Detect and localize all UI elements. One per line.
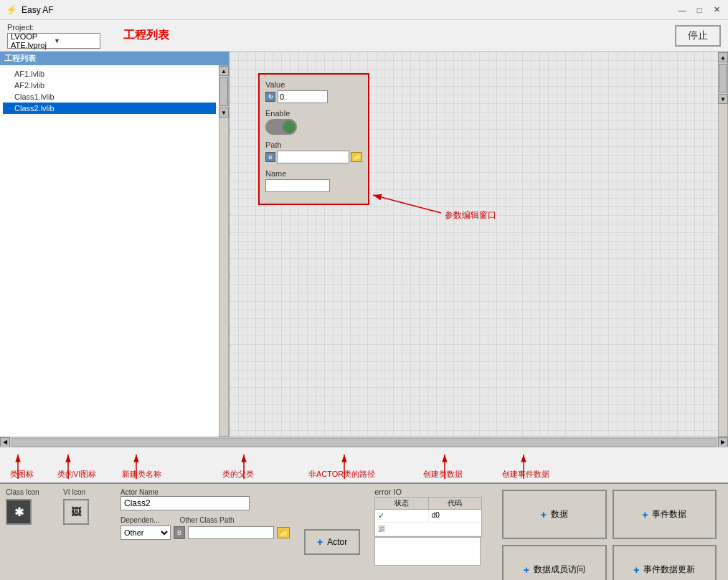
header-title: 工程列表 [123,28,169,43]
project-tree: AF1.lvlib AF2.lvlib Class1.lvlib Class2.… [0,65,219,437]
project-dropdown[interactable]: LVOOP ATE.lvproj ▼ [7,33,100,49]
title-bar-left: ⚡ Easy AF [6,4,54,15]
vi-icon-label: VI Icon [63,488,109,496]
minimize-button[interactable]: — [676,4,688,16]
vi-icon-img: 🖼 [65,500,88,523]
error-table-header: 状态 代码 [375,498,481,510]
error-table: 状态 代码 ✓ d0 源 [374,497,482,537]
error-io-label: error IO [374,488,402,496]
svg-line-0 [373,195,441,213]
actor-name-label: Actor Name [120,488,290,496]
value-label: Value [265,80,362,89]
name-input[interactable] [265,179,330,192]
actor-button-label: Actor [327,537,347,547]
error-check-cell: ✓ [375,510,429,522]
event-data-button-label: 事件数据 [652,508,686,520]
tree-item-class1[interactable]: Class1.lvlib [3,91,216,103]
ann-parent-class: 类的父类 [222,469,254,480]
title-bar-controls: — □ ✕ [676,4,722,16]
error-textarea[interactable] [374,537,481,566]
canvas-scroll-down[interactable]: ▼ [718,94,728,104]
canvas-vscroll[interactable]: ▲ ▼ [718,52,728,437]
bottom-panel: Class Icon ✱ VI Icon 🖼 Actor Name Depend… [0,482,728,580]
enable-row: Enable [265,109,362,135]
path-folder-button[interactable]: 📁 [351,152,362,162]
toggle-dot [283,120,296,133]
name-label: Name [265,169,362,178]
project-label: Project: [7,23,100,32]
actor-plus-icon: + [317,536,323,548]
canvas-scroll-thumb[interactable] [719,64,727,92]
path-row: Path B 📁 [265,141,362,163]
ann-new-name: 新建类名称 [122,469,161,480]
annotation-row: 类图标 类的VI图标 新建类名称 类的父类 非ACTOR类的路径 创建类数据 创… [0,447,728,482]
value-input[interactable] [278,90,328,103]
bottom-content: Class Icon ✱ VI Icon 🖼 Actor Name Depend… [0,484,728,580]
path-label: Path [265,141,362,149]
ann-vi-icon: 类的VI图标 [57,469,96,480]
right-buttons: + 数据 + 事件数据 + 数据成员访问 + 事件数据更新 [491,484,728,580]
tree-item-class2[interactable]: Class2.lvlib [3,103,216,114]
vi-icon-box[interactable]: 🖼 [63,499,89,525]
error-io-section: error IO 状态 代码 ✓ d0 源 [369,484,491,580]
actor-name-section: Actor Name Dependen... Other Class Path … [115,484,296,580]
data-button[interactable]: + 数据 [502,490,606,539]
other-class-path-input[interactable] [188,526,274,539]
class-icon-label: Class Icon [6,488,52,496]
event-plus-icon: + [642,509,648,520]
hscroll-right[interactable]: ▶ [718,437,728,447]
path-icon: B [265,152,275,162]
dependency-label: Dependen... [120,516,160,524]
tree-item-af2[interactable]: AF2.lvlib [3,80,216,91]
scroll-down-button[interactable]: ▼ [219,108,229,118]
ann-create-class-data: 创建类数据 [423,469,463,480]
error-table-row: ✓ d0 [375,510,481,523]
enable-toggle[interactable] [265,119,297,135]
ann-class-icon: 类图标 [10,469,34,480]
canvas-scroll-up[interactable]: ▲ [718,52,728,62]
member-access-button[interactable]: + 数据成员访问 [502,545,606,580]
member-plus-icon: + [524,564,529,576]
actor-button[interactable]: + Actor [304,529,360,555]
left-panel: 工程列表 AF1.lvlib AF2.lvlib Class1.lvlib Cl… [0,52,230,437]
app-icon: ⚡ [6,4,17,15]
actor-button-section: + Actor [296,484,369,580]
data-button-label: 数据 [551,508,568,520]
name-row: Name [265,169,362,192]
member-access-button-label: 数据成员访问 [534,564,585,576]
data-plus-icon: + [541,509,547,520]
tree-item-af1[interactable]: AF1.lvlib [3,68,216,80]
project-value: LVOOP ATE.lvproj [11,32,54,49]
scroll-thumb[interactable] [219,77,228,106]
maximize-button[interactable]: □ [694,4,705,16]
value-icon: ↻ [265,92,275,102]
close-button[interactable]: ✕ [711,4,722,16]
scroll-up-button[interactable]: ▲ [219,66,229,76]
event-update-button[interactable]: + 事件数据更新 [613,545,717,580]
ann-create-event-data: 创建事件数据 [502,469,549,480]
check-icon: ✓ [378,511,384,520]
error-source-row: 源 [375,523,481,536]
hscroll-thumb[interactable] [11,438,717,447]
dependency-section: Dependen... Other Class Path Other B 📁 [120,516,290,540]
tree-scrollbar[interactable]: ▲ ▼ [219,65,229,437]
event-data-button[interactable]: + 事件数据 [613,490,717,539]
stop-button[interactable]: 停止 [675,25,721,47]
dependency-select[interactable]: Other [120,526,171,540]
other-path-folder-button[interactable]: 📁 [277,527,290,538]
vi-icon-section: VI Icon 🖼 [57,484,115,580]
path-input[interactable] [277,151,349,163]
error-source-label: 源 [375,523,481,536]
main-area: 工程列表 AF1.lvlib AF2.lvlib Class1.lvlib Cl… [0,52,728,437]
hscrollbar: ◀ ▶ [0,437,728,447]
actor-name-input[interactable] [120,496,250,510]
class-icon-box[interactable]: ✱ [6,499,32,525]
class-icon-section: Class Icon ✱ [0,484,57,580]
hscroll-left[interactable]: ◀ [0,437,10,447]
error-state-col: 状态 [375,498,429,509]
dep-labels-row: Dependen... Other Class Path [120,516,290,524]
canvas-area: ▲ ▼ Value ↻ Enable P [230,52,728,437]
ann-non-actor-path: 非ACTOR类的路径 [308,469,375,480]
error-code-cell: d0 [429,510,482,522]
enable-label: Enable [265,109,362,118]
